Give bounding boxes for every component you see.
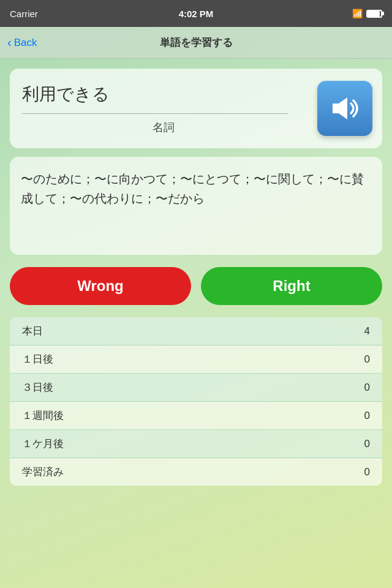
word-card: 利用できる 名詞 — [10, 69, 382, 148]
stats-value: 0 — [364, 410, 370, 422]
wifi-icon: 📶 — [352, 9, 363, 18]
stats-label: ３日後 — [22, 380, 53, 394]
word-text: 利用できる — [22, 83, 317, 106]
back-chevron-icon: ‹ — [7, 36, 12, 48]
table-row: １週間後 0 — [10, 402, 382, 430]
stats-label: 学習済み — [22, 465, 64, 479]
nav-bar: ‹ Back 単語を学習する — [0, 27, 392, 59]
svg-marker-0 — [333, 97, 347, 119]
table-row: ３日後 0 — [10, 374, 382, 402]
table-row: 学習済み 0 — [10, 458, 382, 486]
stats-value: 0 — [364, 466, 370, 478]
table-row: １ケ月後 0 — [10, 430, 382, 458]
table-row: １日後 0 — [10, 345, 382, 374]
stats-label: １ケ月後 — [22, 437, 64, 451]
definition-text: 〜のために；〜に向かつて；〜にとつて；〜に関して；〜に賛成して；〜の代わりに；〜… — [21, 169, 371, 208]
status-bar-right: 📶 — [352, 9, 382, 18]
carrier-label: Carrier — [10, 9, 38, 19]
stats-label: 本日 — [22, 324, 43, 338]
page-title: 単語を学習する — [160, 36, 233, 50]
stats-label: １日後 — [22, 352, 53, 366]
wrong-label: Wrong — [77, 277, 124, 295]
table-row: 本日 4 — [10, 317, 382, 345]
status-bar: Carrier 4:02 PM 📶 — [0, 0, 392, 27]
stats-label: １週間後 — [22, 409, 64, 423]
right-label: Right — [273, 277, 310, 295]
speaker-icon — [329, 92, 361, 124]
answer-buttons: Wrong Right — [10, 267, 382, 305]
stats-value: 0 — [364, 353, 370, 366]
definition-card: 〜のために；〜に向かつて；〜にとつて；〜に関して；〜に賛成して；〜の代わりに；〜… — [10, 157, 382, 255]
stats-value: 4 — [364, 325, 370, 337]
battery-icon — [366, 10, 382, 18]
part-of-speech: 名詞 — [22, 120, 317, 135]
wrong-button[interactable]: Wrong — [10, 267, 191, 305]
right-button[interactable]: Right — [201, 267, 382, 305]
back-label: Back — [14, 37, 37, 49]
word-info: 利用できる 名詞 — [22, 83, 317, 135]
stats-table: 本日 4 １日後 0 ３日後 0 １週間後 0 １ケ月後 0 学習済み 0 — [10, 317, 382, 486]
stats-value: 0 — [364, 382, 370, 394]
back-button[interactable]: ‹ Back — [7, 37, 37, 49]
stats-value: 0 — [364, 438, 370, 450]
time-label: 4:02 PM — [179, 9, 214, 19]
word-divider — [22, 113, 288, 114]
main-content: 利用できる 名詞 〜のために；〜に向かつて；〜にとつて；〜に関して；〜に賛成して… — [0, 59, 392, 486]
audio-button[interactable] — [317, 81, 372, 136]
